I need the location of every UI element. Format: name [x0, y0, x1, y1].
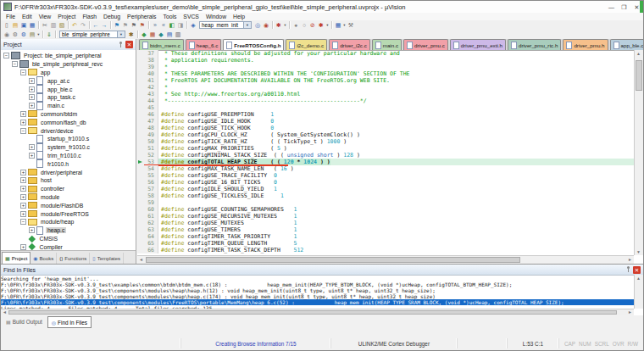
- code-line-59[interactable]: 59: [137, 199, 634, 206]
- editor-tab-driver-pmu-exti-h[interactable]: driver_pmu_exti.h: [450, 39, 506, 50]
- code-line-62[interactable]: 62#define configUSE_MUTEXES 1: [137, 220, 634, 226]
- collapse-icon[interactable]: −: [20, 128, 26, 134]
- find-horizontal-scrollbar[interactable]: ◄ ►: [1, 309, 634, 315]
- expand-icon[interactable]: +: [20, 177, 26, 183]
- expand-icon[interactable]: +: [29, 227, 35, 233]
- horizontal-scroll-thumb[interactable]: [146, 257, 520, 263]
- editor-tab-app-ble-c[interactable]: app_ble.c: [610, 39, 644, 50]
- indent-icon[interactable]: »: [152, 21, 159, 29]
- find-vertical-scrollbar[interactable]: ▲: [634, 275, 643, 309]
- tree-item-module-heap[interactable]: −module/heap: [1, 218, 136, 226]
- bookmark-next-icon[interactable]: ⚑: [130, 21, 138, 29]
- code-line-39[interactable]: 39 *: [137, 64, 634, 70]
- menu-svcs[interactable]: SVCS: [180, 14, 203, 20]
- tree-item-driver-device[interactable]: −driver/device: [1, 126, 136, 135]
- tree-item-ble-simple-periphreal-revc[interactable]: −ble_simple_periphreal_revc: [1, 60, 136, 69]
- editor-tab-freertosconfig-h[interactable]: FreeRTOSConfig.h: [223, 39, 284, 50]
- code-line-54[interactable]: 54#define configMAX_TASK_NAME_LEN ( 16 ): [137, 165, 634, 172]
- tree-item-common-btdm[interactable]: +common/btdm: [1, 110, 136, 119]
- tree-item-common-flash-db[interactable]: +common/flash_db: [1, 118, 136, 126]
- expand-icon[interactable]: +: [20, 244, 26, 250]
- editor-tab-driver-i2c-c[interactable]: driver_i2c.c: [329, 39, 370, 50]
- vertical-scroll-thumb[interactable]: [636, 60, 642, 91]
- menu-flash[interactable]: Flash: [79, 14, 100, 20]
- manage-components-icon[interactable]: ▦: [149, 31, 157, 38]
- editor-horizontal-scrollbar[interactable]: ◄ ►: [137, 255, 634, 264]
- expand-icon[interactable]: +: [29, 153, 35, 159]
- redo-icon[interactable]: ↷: [80, 21, 87, 29]
- tree-item-project-ble-simple-peripheral[interactable]: −Project: ble_simple_peripheral: [1, 52, 136, 60]
- code-editor[interactable]: 37 * These definitions should be adjuste…: [137, 50, 634, 255]
- menu-project[interactable]: Project: [54, 14, 79, 20]
- debug-session-icon[interactable]: ✱: [275, 21, 283, 29]
- editor-tab-heap-6-c[interactable]: heap_6.c: [186, 39, 221, 50]
- flash-download-icon[interactable]: ⇓: [46, 31, 53, 38]
- open-folder-icon[interactable]: ▤: [12, 21, 19, 29]
- expand-icon[interactable]: +: [20, 170, 26, 176]
- code-line-60[interactable]: 60#define configUSE_COUNTING_SEMAPHORES …: [137, 206, 634, 213]
- menu-view[interactable]: View: [36, 14, 55, 20]
- menu-window[interactable]: Window: [203, 14, 230, 20]
- code-line-48[interactable]: 48#define configUSE_TICK_HOOK 0: [137, 125, 634, 131]
- incremental-find-icon[interactable]: ◉: [263, 21, 270, 29]
- find-in-files-icon[interactable]: ◈: [190, 21, 197, 29]
- tree-item-controller[interactable]: +controller: [1, 185, 136, 193]
- horizontal-scroll-thumb[interactable]: [8, 310, 617, 315]
- editor-tab-driver-pmu-c[interactable]: driver_pmu.c: [403, 39, 448, 50]
- bookmark-clear-all-icon[interactable]: ⚑: [139, 21, 147, 29]
- breakpoint-kill-all-icon-dropdown[interactable]: ▾: [325, 23, 330, 27]
- build-icon[interactable]: ⚙: [20, 31, 28, 38]
- save-all-icon[interactable]: ▦: [29, 21, 36, 29]
- code-line-50[interactable]: 50#define configTICK_RATE_HZ ( ( TickTyp…: [137, 138, 634, 145]
- debug-session-icon-dropdown[interactable]: ▾: [283, 23, 287, 27]
- code-line-38[interactable]: 38 * application requirements.: [137, 57, 634, 64]
- uncomment-selection-icon[interactable]: ◨: [177, 21, 185, 29]
- books-icon[interactable]: ▥: [175, 31, 182, 38]
- panel-tab-functions[interactable]: {}Functions: [57, 253, 90, 264]
- menu-file[interactable]: File: [3, 14, 19, 20]
- code-line-66[interactable]: 66#define configTIMER_TASK_STACK_DEPTH 5…: [137, 247, 634, 254]
- code-line-61[interactable]: 61#define configUSE_RECURSIVE_MUTEXES 1: [137, 213, 634, 220]
- scroll-right-icon[interactable]: ►: [626, 256, 634, 264]
- code-line-63[interactable]: 63#define configUSE_TIMERS 1: [137, 226, 634, 233]
- tree-item-module-flashdb[interactable]: +module/FlashDB: [1, 201, 136, 209]
- find-result-0[interactable]: Searching for 'heap_mem_init'...: [1, 276, 634, 281]
- search-combo-dropdown-icon[interactable]: ▾: [243, 22, 251, 28]
- scroll-left-icon[interactable]: ◄: [1, 309, 8, 315]
- editor-vertical-scrollbar[interactable]: ▲ ▼: [634, 50, 643, 255]
- expand-icon[interactable]: +: [29, 78, 35, 84]
- tree-item-cmsis[interactable]: CMSIS: [1, 235, 136, 243]
- find-result-1[interactable]: F:\0FR\fr303x\FR303x-SDK-v0.3.9_test\exa…: [1, 281, 634, 287]
- breakpoint-enable-icon[interactable]: ○: [301, 21, 308, 29]
- code-line-41[interactable]: 41 * FreeRTOS API DOCUMENTATION AVAILABL…: [137, 77, 634, 84]
- window-layout-icon-dropdown[interactable]: ▾: [342, 23, 347, 27]
- find-panel-close-icon[interactable]: ✕: [633, 266, 641, 274]
- code-line-45[interactable]: 45: [137, 104, 634, 111]
- target-options-icon[interactable]: ✱: [128, 31, 136, 38]
- cut-icon[interactable]: ✂: [42, 21, 49, 29]
- bookmark-toggle-icon[interactable]: ⚑: [114, 21, 121, 29]
- tree-item-app[interactable]: −app: [1, 69, 136, 77]
- expand-icon[interactable]: +: [20, 211, 26, 217]
- target-select-combo[interactable]: ble_simple_periphre▾: [59, 31, 125, 38]
- collapse-icon[interactable]: −: [3, 53, 9, 58]
- code-line-37[interactable]: 37 * These definitions should be adjuste…: [137, 50, 634, 57]
- tree-item-app-at-c[interactable]: +app_at.c: [1, 76, 136, 85]
- comment-selection-icon[interactable]: ◧: [169, 21, 176, 29]
- expand-icon[interactable]: +: [20, 111, 26, 117]
- code-line-51[interactable]: 51#define configMAX_PRIORITIES ( 5 ): [137, 145, 634, 152]
- code-line-42[interactable]: 42 *: [137, 84, 634, 91]
- breakpoint-kill-all-icon[interactable]: ✱: [318, 21, 325, 29]
- code-line-43[interactable]: 43 * See http://www.freertos.org/a00110.…: [137, 91, 634, 98]
- editor-tab-driver-pmu-rtc-h[interactable]: driver_pmu_rtc.h: [508, 39, 561, 50]
- pin-icon[interactable]: [118, 42, 123, 48]
- panel-tab-project[interactable]: ▦Project: [2, 252, 31, 264]
- editor-tab-driver-pmu-h[interactable]: driver_pmu.h: [563, 39, 608, 50]
- code-line-53[interactable]: 53#define configTOTAL_HEAP_SIZE ( ( 120 …: [137, 159, 634, 165]
- outdent-icon[interactable]: «: [160, 21, 168, 29]
- output-tab-find-in-files[interactable]: ◎Find In Files: [47, 316, 92, 328]
- copy-icon[interactable]: ▥: [50, 21, 58, 29]
- configure-wrench-icon[interactable]: ⚒: [347, 21, 355, 29]
- breakpoint-disable-all-icon[interactable]: ⊘: [309, 21, 317, 29]
- menu-debug[interactable]: Debug: [100, 14, 124, 20]
